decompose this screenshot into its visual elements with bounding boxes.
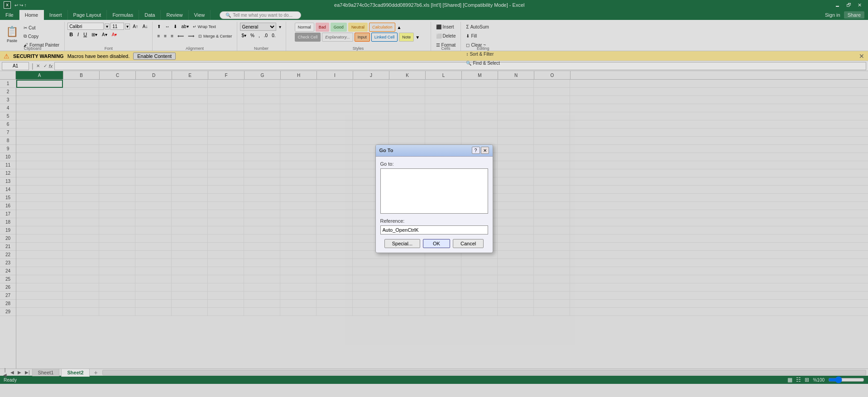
reference-label: Reference: xyxy=(380,218,488,224)
dialog-title: Go To xyxy=(379,148,472,153)
modal-overlay: Go To ? ✕ Go to: Reference: Special... O… xyxy=(0,0,868,384)
dialog-close-button[interactable]: ✕ xyxy=(481,147,489,154)
special-button[interactable]: Special... xyxy=(384,239,420,248)
dialog-controls: ? ✕ xyxy=(472,147,489,154)
dialog-titlebar: Go To ? ✕ xyxy=(376,145,493,157)
goto-label: Go to: xyxy=(380,161,488,167)
goto-listbox[interactable] xyxy=(380,168,488,214)
cancel-button[interactable]: Cancel xyxy=(453,239,484,248)
reference-input[interactable] xyxy=(380,225,488,234)
dialog-body: Go to: Reference: Special... OK Cancel xyxy=(376,157,493,253)
goto-dialog: Go To ? ✕ Go to: Reference: Special... O… xyxy=(375,144,493,253)
dialog-help-button[interactable]: ? xyxy=(472,147,480,154)
ok-button[interactable]: OK xyxy=(423,239,450,248)
dialog-buttons: Special... OK Cancel xyxy=(380,239,488,248)
